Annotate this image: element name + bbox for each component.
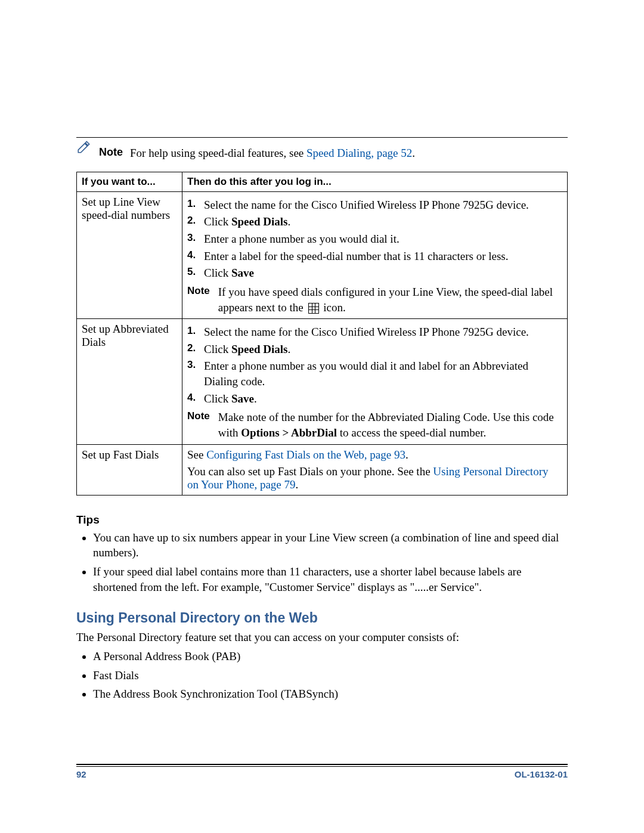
table-row: Set up Line View speed-dial numbers Sele… <box>77 191 568 318</box>
list-item: If your speed dial label contains more t… <box>93 564 568 594</box>
horizontal-rule <box>76 764 568 765</box>
note-callout: Note For help using speed-dial features,… <box>76 146 568 161</box>
horizontal-rule <box>76 137 568 138</box>
tips-list: You can have up to six numbers appear in… <box>76 530 568 595</box>
link-fast-dials-web[interactable]: Configuring Fast Dials on the Web, page … <box>206 448 405 461</box>
section-intro: The Personal Directory feature set that … <box>76 630 568 645</box>
pencil-icon <box>76 146 92 157</box>
table-row: Set up Abbreviated Dials Select the name… <box>77 319 568 444</box>
table-row: Set up Fast Dials See Configuring Fast D… <box>77 444 568 495</box>
speed-dial-grid-icon <box>308 303 319 314</box>
task-cell: Set up Fast Dials <box>77 444 182 495</box>
table-header-left: If you want to... <box>77 172 182 191</box>
document-page: Note For help using speed-dial features,… <box>0 0 644 833</box>
list-item: Enter a label for the speed-dial number … <box>199 249 562 264</box>
body-line: See Configuring Fast Dials on the Web, p… <box>187 448 562 462</box>
list-item: Click Save <box>199 265 562 281</box>
task-cell: Set up Line View speed-dial numbers <box>77 191 182 318</box>
steps-cell: See Configuring Fast Dials on the Web, p… <box>182 444 568 495</box>
list-item: Enter a phone number as you would dial i… <box>199 358 562 389</box>
list-item: The Address Book Synchronization Tool (T… <box>93 686 568 702</box>
tips-heading: Tips <box>76 513 568 527</box>
document-id: OL-16132-01 <box>515 769 568 779</box>
inner-note: Note Make note of the number for the Abb… <box>187 410 562 440</box>
task-cell: Set up Abbreviated Dials <box>77 319 182 444</box>
section-list: A Personal Address Book (PAB) Fast Dials… <box>76 649 568 702</box>
page-number: 92 <box>76 769 86 779</box>
list-item: Select the name for the Cisco Unified Wi… <box>199 324 562 340</box>
page-footer: 92 OL-16132-01 <box>76 764 568 779</box>
body-line: You can also set up Fast Dials on your p… <box>187 465 562 491</box>
note-label: Note <box>187 284 210 315</box>
steps-cell: Select the name for the Cisco Unified Wi… <box>182 319 568 444</box>
note-label: Note <box>187 410 210 440</box>
list-item: Select the name for the Cisco Unified Wi… <box>199 197 562 213</box>
section-heading: Using Personal Directory on the Web <box>76 610 568 626</box>
list-item: A Personal Address Book (PAB) <box>93 649 568 664</box>
list-item: Fast Dials <box>93 668 568 683</box>
note-text: If you have speed dials configured in yo… <box>218 284 562 315</box>
list-item: Click Speed Dials. <box>199 214 562 230</box>
note-text: For help using speed-dial features, see … <box>130 146 415 161</box>
table-header-right: Then do this after you log in... <box>182 172 568 191</box>
list-item: You can have up to six numbers appear in… <box>93 530 568 561</box>
note-label: Note <box>99 146 123 159</box>
horizontal-rule <box>76 766 568 767</box>
steps-cell: Select the name for the Cisco Unified Wi… <box>182 191 568 318</box>
list-item: Enter a phone number as you would dial i… <box>199 231 562 247</box>
note-text: Make note of the number for the Abbrevia… <box>218 410 562 440</box>
link-speed-dialing[interactable]: Speed Dialing, page 52 <box>306 147 412 159</box>
list-item: Click Save. <box>199 391 562 407</box>
instruction-table: If you want to... Then do this after you… <box>76 172 568 496</box>
inner-note: Note If you have speed dials configured … <box>187 284 562 315</box>
list-item: Click Speed Dials. <box>199 342 562 357</box>
